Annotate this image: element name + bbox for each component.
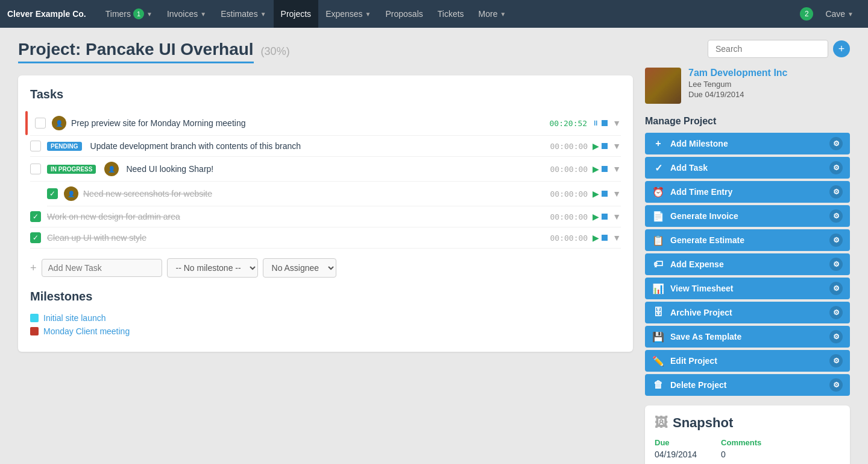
snapshot-due-col: Due 04/19/2014 xyxy=(655,438,697,459)
stop-icon-3[interactable] xyxy=(602,166,608,172)
snapshot-icon: 🖼 xyxy=(655,415,668,431)
edit-gear-icon[interactable]: ⚙ xyxy=(829,354,843,367)
table-row: IN PROGRESS 👤 Need UI looking Sharp! 00:… xyxy=(30,157,621,182)
client-name[interactable]: 7am Development Inc xyxy=(688,68,850,78)
task-controls: ▶ xyxy=(593,233,608,243)
expand-icon[interactable]: ▼ xyxy=(612,118,621,128)
in-progress-badge: IN PROGRESS xyxy=(47,165,96,174)
expand-icon[interactable]: ▼ xyxy=(612,212,621,221)
play-icon[interactable]: ▶ xyxy=(593,233,599,243)
save-as-template-button[interactable]: 💾 Save As Template ⚙ xyxy=(645,326,850,348)
timesheet-gear-icon[interactable]: ⚙ xyxy=(829,282,843,295)
nav-tickets[interactable]: Tickets xyxy=(430,0,471,28)
estimate-gear-icon[interactable]: ⚙ xyxy=(829,234,843,247)
table-row: PENDING Update development branch with c… xyxy=(30,136,621,157)
expand-icon[interactable]: ▼ xyxy=(612,233,621,243)
client-avatar-image xyxy=(645,68,681,104)
add-task-row: + -- No milestone -- No Assignee xyxy=(30,258,621,278)
add-task-plus-icon[interactable]: + xyxy=(30,262,37,275)
task-label: Update development branch with contents … xyxy=(90,141,550,151)
nav-invoices[interactable]: Invoices ▼ xyxy=(160,0,213,28)
expenses-arrow: ▼ xyxy=(365,11,371,17)
stop-icon-4[interactable] xyxy=(602,191,608,197)
generate-estimate-button[interactable]: 📋 Generate Estimate ⚙ xyxy=(645,229,850,251)
play-icon[interactable]: ▶ xyxy=(593,189,599,199)
add-milestone-icon: + xyxy=(652,138,664,149)
client-card: 7am Development Inc Lee Tengum Due 04/19… xyxy=(645,68,850,104)
task-checkbox-6[interactable]: ✓ xyxy=(30,232,41,243)
delete-gear-icon[interactable]: ⚙ xyxy=(829,378,843,392)
expense-gear-icon[interactable]: ⚙ xyxy=(829,258,843,271)
add-milestone-button[interactable]: + Add Milestone ⚙ xyxy=(645,133,850,154)
nav-proposals[interactable]: Proposals xyxy=(379,0,430,28)
task-gear-icon[interactable]: ⚙ xyxy=(829,161,843,174)
stop-icon-2[interactable] xyxy=(602,143,608,149)
task-checkbox-5[interactable]: ✓ xyxy=(30,211,41,222)
add-new-task-input[interactable] xyxy=(42,259,162,277)
view-timesheet-button[interactable]: 📊 View Timesheet ⚙ xyxy=(645,278,850,299)
play-icon[interactable]: ▶ xyxy=(593,141,599,151)
task-checkbox-1[interactable] xyxy=(35,118,46,129)
archive-gear-icon[interactable]: ⚙ xyxy=(829,306,843,319)
time-entry-icon: ⏰ xyxy=(652,186,664,198)
play-icon[interactable]: ▶ xyxy=(593,212,599,221)
estimates-arrow: ▼ xyxy=(260,11,266,17)
generate-invoice-button[interactable]: 📄 Generate Invoice ⚙ xyxy=(645,205,850,227)
expand-icon[interactable]: ▼ xyxy=(612,141,621,151)
add-time-entry-label: Add Time Entry xyxy=(670,187,829,197)
nav-more[interactable]: More ▼ xyxy=(471,0,514,28)
main-nav: Clever Example Co. Timers 1 ▼ Invoices ▼… xyxy=(0,0,868,28)
stop-icon[interactable] xyxy=(602,120,608,126)
nav-estimates[interactable]: Estimates ▼ xyxy=(213,0,273,28)
task-label: Need new screenshots for website xyxy=(83,189,550,199)
assignee-select[interactable]: No Assignee xyxy=(263,258,336,278)
milestone-link-2[interactable]: Monday Client meeting xyxy=(43,326,130,336)
archive-project-label: Archive Project xyxy=(670,308,829,317)
save-template-label: Save As Template xyxy=(670,332,829,342)
search-plus-button[interactable]: + xyxy=(833,40,850,57)
expand-icon[interactable]: ▼ xyxy=(612,164,621,174)
nav-expenses[interactable]: Expenses ▼ xyxy=(318,0,378,28)
snapshot-due-value: 04/19/2014 xyxy=(655,450,697,459)
nav-user[interactable]: Cave ▼ xyxy=(818,0,861,28)
nav-projects[interactable]: Projects xyxy=(274,0,319,28)
milestone-select[interactable]: -- No milestone -- xyxy=(167,258,258,278)
delete-project-button[interactable]: 🗑 Delete Project ⚙ xyxy=(645,374,850,396)
nav-timers[interactable]: Timers 1 ▼ xyxy=(98,0,160,28)
stop-icon-5[interactable] xyxy=(602,214,608,220)
table-row: ✓ Clean up UI with new style 00:00:00 ▶ … xyxy=(30,227,621,249)
client-contact: Lee Tengum xyxy=(688,80,850,89)
avatar: 👤 xyxy=(64,186,78,201)
brand-logo: Clever Example Co. xyxy=(7,9,86,19)
add-time-entry-button[interactable]: ⏰ Add Time Entry ⚙ xyxy=(645,181,850,203)
task-checkbox-3[interactable] xyxy=(30,164,41,174)
milestone-color-2 xyxy=(30,327,39,335)
milestone-gear-icon[interactable]: ⚙ xyxy=(829,137,843,150)
task-controls: ⏸ xyxy=(592,119,608,127)
template-gear-icon[interactable]: ⚙ xyxy=(829,330,843,343)
generate-estimate-label: Generate Estimate xyxy=(670,235,829,245)
expand-icon[interactable]: ▼ xyxy=(612,189,621,199)
stop-icon-6[interactable] xyxy=(602,235,608,241)
client-avatar xyxy=(645,68,681,104)
user-badge: 2 xyxy=(800,7,813,21)
milestone-link-1[interactable]: Initial site launch xyxy=(43,313,106,323)
task-controls: ▶ xyxy=(593,212,608,221)
play-icon[interactable]: ▶ xyxy=(593,164,599,174)
pause-icon[interactable]: ⏸ xyxy=(592,119,599,127)
time-gear-icon[interactable]: ⚙ xyxy=(829,185,843,199)
table-row: 👤 Prep preview site for Monday Morning m… xyxy=(30,111,621,136)
table-row: ✓ 👤 Need new screenshots for website 00:… xyxy=(47,182,621,206)
task-checkbox-4[interactable]: ✓ xyxy=(47,188,58,199)
add-task-button[interactable]: ✓ Add Task ⚙ xyxy=(645,157,850,179)
search-input[interactable] xyxy=(708,40,828,58)
invoice-gear-icon[interactable]: ⚙ xyxy=(829,209,843,223)
add-expense-button[interactable]: 🏷 Add Expense ⚙ xyxy=(645,253,850,275)
page-progress: (30%) xyxy=(261,45,290,58)
timesheet-icon: 📊 xyxy=(652,283,664,294)
task-checkbox-2[interactable] xyxy=(30,141,41,151)
tasks-card: Tasks 👤 Prep preview site for Monday Mor… xyxy=(18,75,633,352)
add-task-icon: ✓ xyxy=(652,162,664,174)
edit-project-button[interactable]: ✏️ Edit Project ⚙ xyxy=(645,350,850,372)
archive-project-button[interactable]: 🗄 Archive Project ⚙ xyxy=(645,302,850,323)
